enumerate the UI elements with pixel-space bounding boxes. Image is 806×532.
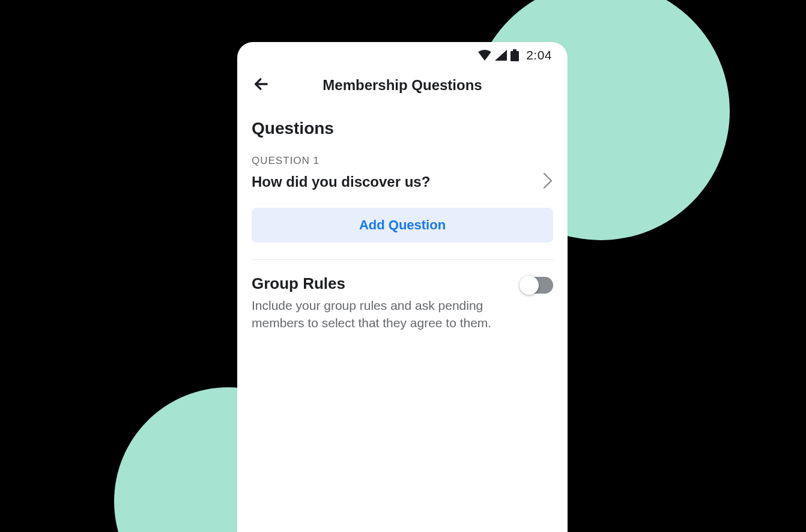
section-divider <box>252 259 553 260</box>
phone-frame: 2:04 Membership Questions Questions QUES… <box>237 42 568 532</box>
content-area: Questions QUESTION 1 How did you discove… <box>237 107 568 332</box>
group-rules-text: Group Rules Include your group rules and… <box>252 274 504 332</box>
group-rules-description: Include your group rules and ask pending… <box>252 297 504 332</box>
app-header: Membership Questions <box>237 64 568 107</box>
add-question-button[interactable]: Add Question <box>252 208 553 243</box>
svg-rect-1 <box>513 49 517 51</box>
group-rules-title: Group Rules <box>252 274 504 293</box>
back-button[interactable] <box>250 74 272 96</box>
status-bar-time: 2:04 <box>526 48 552 62</box>
status-bar: 2:04 <box>237 42 568 64</box>
group-rules-row: Group Rules Include your group rules and… <box>252 274 553 332</box>
battery-icon <box>511 49 519 61</box>
cellular-signal-icon <box>495 50 507 61</box>
question-label: QUESTION 1 <box>252 155 553 167</box>
group-rules-toggle[interactable] <box>521 277 553 294</box>
arrow-left-icon <box>253 76 270 95</box>
svg-rect-0 <box>511 51 519 61</box>
question-text: How did you discover us? <box>252 174 430 190</box>
wifi-icon <box>478 50 491 61</box>
page-title: Membership Questions <box>237 77 568 94</box>
question-row[interactable]: How did you discover us? <box>252 172 553 192</box>
toggle-knob <box>520 276 539 295</box>
chevron-right-icon <box>542 172 553 192</box>
questions-heading: Questions <box>252 119 553 138</box>
